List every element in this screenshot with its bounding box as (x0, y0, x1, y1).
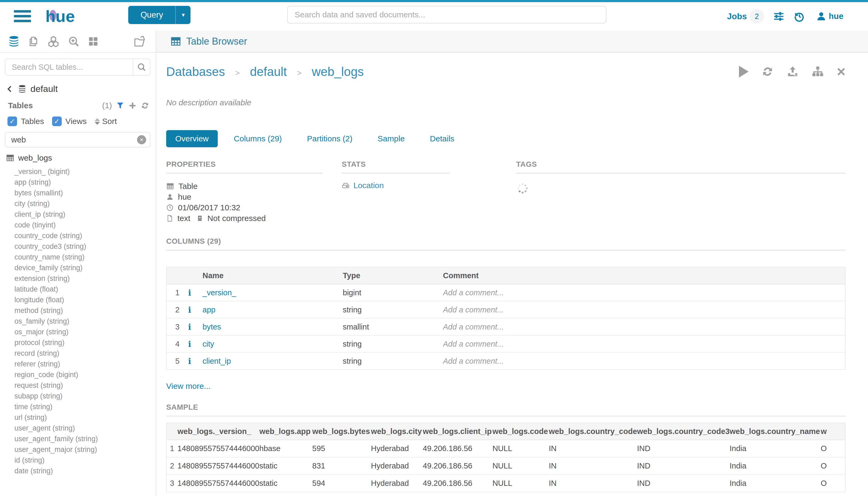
tree-column-item[interactable]: code (tinyint) (14, 220, 156, 230)
tree-table-name[interactable]: web_logs (18, 153, 52, 162)
tree-column-item[interactable]: country_code (string) (14, 230, 156, 241)
assist-search-zoom-icon[interactable] (68, 35, 80, 48)
assist-apps-grid-icon[interactable] (88, 35, 99, 48)
tab-details[interactable]: Details (421, 130, 463, 147)
table-filter-value[interactable]: web (5, 135, 137, 144)
query-button[interactable]: Query ▾ (128, 6, 190, 24)
column-name-link[interactable]: bytes (203, 323, 221, 331)
tree-column-item[interactable]: id (string) (14, 455, 156, 466)
tree-column-item[interactable]: country_name (string) (14, 252, 156, 262)
tree-column-item[interactable]: user_agent (string) (14, 423, 156, 433)
table-icon (6, 154, 14, 162)
jobs-count-badge[interactable]: 2 (749, 9, 764, 24)
tree-table-web-logs[interactable]: web_logs (6, 153, 156, 162)
tree-column-item[interactable]: method (string) (14, 305, 156, 316)
refresh-icon[interactable] (141, 101, 149, 110)
info-icon[interactable]: i (188, 322, 191, 332)
view-more-link[interactable]: View more... (166, 382, 210, 391)
info-icon[interactable]: i (188, 305, 191, 314)
assist-sql-databases-icon[interactable] (8, 35, 20, 48)
sliders-icon[interactable] (773, 11, 784, 22)
assist-folder-documents-icon[interactable] (133, 35, 147, 48)
global-search-input[interactable] (287, 6, 606, 24)
property-compression: Not compressed (207, 214, 266, 223)
tab-sample[interactable]: Sample (368, 130, 414, 147)
tree-column-item[interactable]: longitude (float) (14, 294, 156, 305)
location-link[interactable]: Location (353, 181, 384, 190)
column-comment-field[interactable]: Add a comment... (443, 353, 845, 370)
tree-column-item[interactable]: device_family (string) (14, 262, 156, 273)
column-name-link[interactable]: client_ip (203, 357, 231, 365)
query-dropdown-caret[interactable]: ▾ (175, 6, 190, 24)
table-filter-field[interactable]: web × (5, 132, 151, 148)
tree-column-item[interactable]: latitude (float) (14, 284, 156, 294)
tree-column-item[interactable]: time (string) (14, 401, 156, 412)
breadcrumb-item-web_logs[interactable]: web_logs (312, 64, 364, 79)
tree-column-item[interactable]: country_code3 (string) (14, 241, 156, 252)
table-description[interactable]: No description available (166, 98, 846, 107)
tree-column-item[interactable]: extension (string) (14, 273, 156, 284)
tree-column-item[interactable]: request (string) (14, 380, 156, 391)
sample-cell: 1480895575574446000 (177, 457, 259, 475)
query-button-label[interactable]: Query (128, 6, 175, 24)
views-checkbox[interactable]: ✓ (52, 117, 62, 126)
tree-column-item[interactable]: city (string) (14, 198, 156, 209)
info-icon[interactable]: i (188, 339, 191, 349)
tree-column-item[interactable]: user_agent_family (string) (14, 433, 156, 444)
sql-tables-search-button[interactable] (133, 59, 150, 75)
column-comment-field[interactable]: Add a comment... (443, 336, 845, 353)
column-comment-field[interactable]: Add a comment... (443, 284, 845, 301)
tree-column-item[interactable]: region_code (bigint) (14, 369, 156, 380)
sql-tables-search-input[interactable] (5, 59, 133, 75)
tree-column-item[interactable]: subapp (string) (14, 391, 156, 401)
close-button[interactable]: × (837, 66, 846, 77)
filter-funnel-icon[interactable] (116, 102, 124, 110)
assist-documents-icon[interactable] (28, 35, 39, 48)
breadcrumb-item-databases[interactable]: Databases (166, 64, 225, 79)
lineage-sitemap-button[interactable] (811, 65, 824, 78)
column-name-link[interactable]: city (203, 340, 214, 348)
clear-filter-icon[interactable]: × (137, 135, 146, 144)
database-breadcrumb-row[interactable]: default (0, 84, 156, 94)
tree-column-item[interactable]: protocol (string) (14, 337, 156, 348)
sample-row-number: 1 (167, 440, 177, 457)
column-comment-field[interactable]: Add a comment... (443, 318, 845, 336)
import-upload-button[interactable] (787, 65, 799, 78)
info-icon[interactable]: i (188, 356, 191, 366)
breadcrumb-item-default[interactable]: default (250, 64, 287, 79)
user-menu[interactable]: hue (816, 11, 843, 22)
sample-cell: 49.206.186.56 (423, 440, 493, 457)
col-header-type: Type (343, 267, 443, 284)
tree-column-item[interactable]: app (string) (14, 177, 156, 188)
jobs-link[interactable]: Jobs (727, 12, 747, 21)
tree-column-item[interactable]: user_agent_major (string) (14, 444, 156, 455)
add-table-plus-icon[interactable] (128, 102, 137, 110)
tree-column-item[interactable]: os_major (string) (14, 327, 156, 337)
current-database-name[interactable]: default (30, 84, 58, 94)
tab-columns-29[interactable]: Columns (29) (225, 130, 291, 147)
tree-column-item[interactable]: referer (string) (14, 359, 156, 369)
tree-column-item[interactable]: bytes (smallint) (14, 188, 156, 198)
tab-overview[interactable]: Overview (166, 130, 218, 147)
assist-functions-cubes-icon[interactable] (47, 35, 60, 48)
tab-partitions-2[interactable]: Partitions (2) (298, 130, 361, 147)
tree-column-item[interactable]: record (string) (14, 348, 156, 359)
refresh-table-button[interactable] (761, 65, 774, 78)
history-icon[interactable] (793, 11, 805, 22)
column-name-link[interactable]: app (203, 306, 215, 314)
query-table-play-button[interactable] (739, 66, 748, 78)
column-comment-field[interactable]: Add a comment... (443, 301, 845, 318)
tables-checkbox[interactable]: ✓ (7, 117, 17, 126)
column-row-number: 5 (167, 353, 188, 370)
sort-toggle[interactable]: Sort (95, 117, 117, 126)
hamburger-menu-icon[interactable] (14, 10, 31, 25)
tree-column-item[interactable]: os_family (string) (14, 316, 156, 327)
tree-column-item[interactable]: url (string) (14, 412, 156, 423)
info-icon[interactable]: i (188, 288, 191, 297)
clock-icon (166, 204, 174, 212)
hue-logo[interactable]: hue (45, 6, 90, 26)
tree-column-item[interactable]: _version_ (bigint) (14, 166, 156, 177)
tree-column-item[interactable]: client_ip (string) (14, 209, 156, 220)
column-name-link[interactable]: _version_ (203, 288, 236, 297)
tree-column-item[interactable]: date (string) (14, 466, 156, 476)
